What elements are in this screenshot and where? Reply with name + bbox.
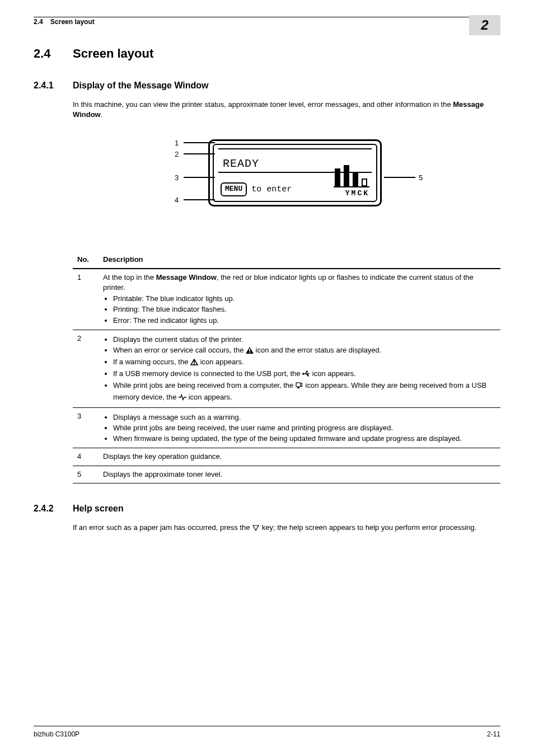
list-item: Printable: The blue indicator lights up. — [113, 294, 496, 304]
footer-model: bizhub C3100P — [34, 730, 79, 739]
intro-paragraph: In this machine, you can view the printe… — [73, 100, 500, 120]
lcd-top-indicator-line — [218, 148, 372, 155]
callout-line-3 — [184, 177, 215, 178]
row-desc: Displays the key operation guidance. — [99, 448, 500, 466]
svg-rect-2 — [249, 351, 250, 353]
table-header-no: No. — [73, 251, 99, 269]
list-item: Error: The red indicator lights up. — [113, 316, 496, 326]
row-no: 3 — [73, 407, 99, 448]
svg-rect-5 — [194, 363, 195, 364]
menu-key-icon: MENU — [221, 182, 247, 196]
row-desc: Displays the approximate toner level. — [99, 466, 500, 483]
r2b5c: icon appears. — [189, 393, 232, 401]
running-header-left: 2.4 Screen layout — [34, 14, 95, 27]
r2b3b: icon appears. — [200, 358, 244, 366]
ymck-label: YMCK — [334, 189, 369, 199]
list-item: Displays a message such as a warning. — [113, 412, 496, 422]
warning-triangle-outline-icon — [190, 358, 198, 368]
r2b4b: icon appears. — [312, 369, 356, 378]
chapter-number: 2 — [481, 16, 488, 35]
lcd-status-text: READY — [223, 156, 259, 172]
subsection-1-title: Display of the Message Window — [73, 81, 209, 90]
toner-level-area: YMCK — [334, 165, 369, 196]
row1-lead-a: At the top in the — [103, 273, 156, 281]
subsection-2-heading: 2.4.2Help screen — [34, 503, 500, 515]
callout-1: 1 — [175, 138, 179, 148]
svg-rect-4 — [194, 361, 195, 363]
callout-line-4 — [184, 199, 215, 200]
r2b2a: When an error or service call occurs, th… — [113, 346, 246, 354]
footer-page-number: 2-11 — [487, 730, 500, 739]
list-item: When an error or service call occurs, th… — [113, 345, 496, 356]
row-desc: At the top in the Message Window, the re… — [99, 269, 500, 330]
callout-line-1 — [184, 142, 215, 143]
pc-transfer-icon — [296, 382, 303, 392]
table-row: 4 Displays the key operation guidance. — [73, 448, 500, 466]
list-item: Displays the current status of the print… — [113, 335, 496, 345]
callout-5: 5 — [419, 173, 423, 183]
subsection-2-title: Help screen — [73, 504, 124, 513]
r2b2b: icon and the error status are displayed. — [256, 346, 382, 354]
down-arrow-key-icon — [252, 524, 260, 534]
table-header-description: Description — [99, 251, 500, 269]
lcd-outline: READY MENU to enter YMCK — [208, 139, 382, 206]
row-no: 2 — [73, 330, 99, 407]
callout-4: 4 — [175, 195, 179, 205]
toner-bars — [334, 165, 369, 187]
row-desc: Displays a message such as a warning. Wh… — [99, 407, 500, 448]
row-no: 5 — [73, 466, 99, 483]
r2b3a: If a warning occurs, the — [113, 358, 190, 366]
row-desc: Displays the current status of the print… — [99, 330, 500, 407]
svg-rect-1 — [249, 349, 250, 351]
table-row: 1 At the top in the Message Window, the … — [73, 269, 500, 330]
svg-marker-17 — [253, 525, 259, 530]
pulse-icon — [179, 393, 186, 403]
header-section-title: Screen layout — [50, 18, 95, 26]
subsection-2-number: 2.4.2 — [34, 503, 73, 515]
chapter-corner-box: 2 — [469, 15, 500, 35]
lcd-guidance-row: MENU to enter — [221, 182, 292, 196]
row-no: 1 — [73, 269, 99, 330]
error-triangle-filled-icon — [246, 346, 254, 356]
toner-bar-k — [362, 179, 367, 186]
lcd-inner: READY MENU to enter YMCK — [213, 144, 377, 202]
subsection-1-number: 2.4.1 — [34, 79, 73, 92]
svg-point-11 — [307, 375, 309, 377]
callout-line-5 — [384, 177, 415, 178]
section-title: Screen layout — [73, 46, 153, 60]
intro-prefix: In this machine, you can view the printe… — [73, 100, 453, 109]
list-item: If a warning occurs, the icon appears. — [113, 357, 496, 368]
section-heading: 2.4Screen layout — [34, 45, 500, 63]
help-paragraph: If an error such as a paper jam has occu… — [73, 523, 500, 534]
list-item: Printing: The blue indicator flashes. — [113, 304, 496, 314]
table-row: 2 Displays the current status of the pri… — [73, 330, 500, 407]
subsection-1-heading: 2.4.1Display of the Message Window — [34, 79, 500, 92]
callout-line-2 — [184, 153, 215, 154]
help-para-b: key; the help screen appears to help you… — [262, 523, 477, 532]
list-item: While print jobs are being received, the… — [113, 423, 496, 433]
list-item: If a USB memory device is connected to t… — [113, 369, 496, 380]
table-row: 5 Displays the approximate toner level. — [73, 466, 500, 483]
page-footer: bizhub C3100P 2-11 — [34, 726, 500, 739]
toner-bar-m — [344, 165, 349, 186]
svg-rect-9 — [306, 371, 308, 373]
description-table: No. Description 1 At the top in the Mess… — [73, 251, 500, 483]
header-section-number: 2.4 — [34, 18, 43, 26]
row-no: 4 — [73, 448, 99, 466]
usb-icon — [302, 370, 310, 380]
section-number: 2.4 — [34, 45, 73, 63]
svg-rect-14 — [297, 387, 299, 388]
callout-2: 2 — [175, 149, 179, 159]
message-window-diagram: READY MENU to enter YMCK — [141, 134, 432, 229]
svg-rect-13 — [296, 383, 301, 387]
row1-lead-b: Message Window — [156, 273, 217, 281]
r2b5a: While print jobs are being received from… — [113, 381, 296, 389]
list-item: While print jobs are being received from… — [113, 381, 496, 403]
svg-marker-12 — [308, 373, 310, 375]
list-item: When firmware is being updated, the type… — [113, 434, 496, 444]
help-para-a: If an error such as a paper jam has occu… — [73, 523, 252, 532]
callout-3: 3 — [175, 173, 179, 183]
r2b4a: If a USB memory device is connected to t… — [113, 369, 302, 378]
toner-bar-c — [353, 173, 358, 186]
table-row: 3 Displays a message such as a warning. … — [73, 407, 500, 448]
